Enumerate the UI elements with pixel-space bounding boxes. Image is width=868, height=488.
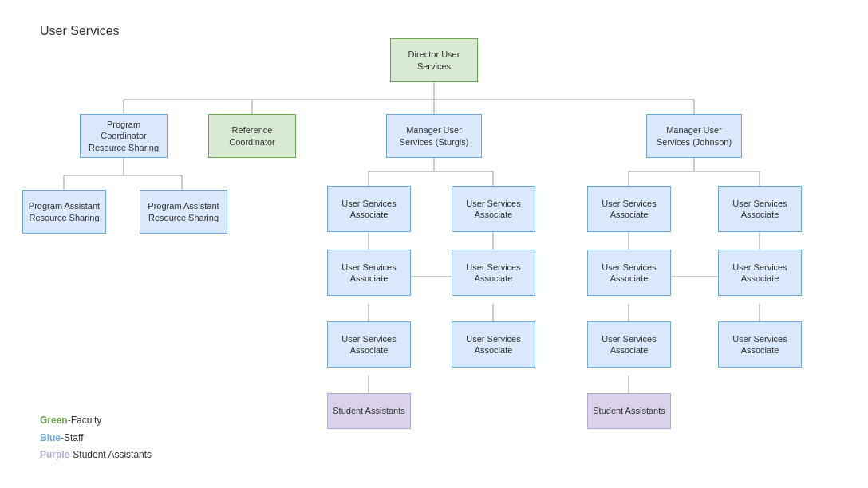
legend-blue-text: -Staff: [61, 432, 83, 443]
sturgis-r3-label: User ServicesAssociate: [466, 333, 520, 356]
sturgis-r3-box: User ServicesAssociate: [452, 321, 535, 368]
johnson-l2-box: User ServicesAssociate: [587, 250, 671, 296]
mgr-johnson-box: Manager UserServices (Johnson): [646, 114, 742, 158]
johnson-l1-box: User ServicesAssociate: [587, 186, 671, 232]
mgr-johnson-label: Manager UserServices (Johnson): [657, 124, 732, 148]
ref-coord-box: ReferenceCoordinator: [208, 114, 296, 158]
legend-green: Green-Faculty: [40, 412, 152, 430]
org-chart: Director User Services ProgramCoordinato…: [0, 0, 868, 488]
legend-blue: Blue-Staff: [40, 430, 152, 447]
johnson-student-label: Student Assistants: [593, 405, 665, 416]
ref-coord-label: ReferenceCoordinator: [229, 124, 274, 148]
johnson-r2-label: User ServicesAssociate: [732, 262, 787, 285]
johnson-r3-label: User ServicesAssociate: [732, 333, 787, 356]
sturgis-l2-label: User ServicesAssociate: [341, 262, 396, 285]
prog-asst1-label: Program AssistantResource Sharing: [29, 200, 100, 223]
legend-green-label: Green: [40, 415, 68, 426]
johnson-r3-box: User ServicesAssociate: [718, 321, 802, 368]
director-label: Director User Services: [396, 49, 472, 72]
sturgis-r1-box: User ServicesAssociate: [452, 186, 535, 232]
johnson-l3-label: User ServicesAssociate: [602, 333, 656, 356]
legend-purple: Purple-Student Assistants: [40, 447, 152, 464]
johnson-r1-label: User ServicesAssociate: [732, 198, 787, 221]
legend-blue-label: Blue: [40, 432, 61, 443]
sturgis-l3-label: User ServicesAssociate: [341, 333, 396, 356]
johnson-l1-label: User ServicesAssociate: [602, 198, 656, 221]
sturgis-student-label: Student Assistants: [333, 405, 405, 416]
legend-purple-text: -Student Assistants: [69, 449, 152, 460]
legend-green-text: -Faculty: [68, 415, 102, 426]
johnson-r1-box: User ServicesAssociate: [718, 186, 802, 232]
sturgis-l3-box: User ServicesAssociate: [327, 321, 411, 368]
johnson-student-box: Student Assistants: [587, 393, 671, 429]
prog-coord-label: ProgramCoordinatorResource Sharing: [89, 119, 159, 153]
prog-asst1-box: Program AssistantResource Sharing: [22, 190, 106, 234]
sturgis-r1-label: User ServicesAssociate: [466, 198, 520, 221]
sturgis-l1-label: User ServicesAssociate: [341, 198, 396, 221]
johnson-l3-box: User ServicesAssociate: [587, 321, 671, 368]
mgr-sturgis-box: Manager UserServices (Sturgis): [386, 114, 482, 158]
mgr-sturgis-label: Manager UserServices (Sturgis): [400, 124, 469, 148]
prog-asst2-label: Program AssistantResource Sharing: [148, 200, 219, 223]
sturgis-r2-box: User ServicesAssociate: [452, 250, 535, 296]
sturgis-r2-label: User ServicesAssociate: [466, 262, 520, 285]
legend: Green-Faculty Blue-Staff Purple-Student …: [40, 412, 152, 464]
johnson-l2-label: User ServicesAssociate: [602, 262, 656, 285]
prog-asst2-box: Program AssistantResource Sharing: [140, 190, 227, 234]
sturgis-l1-box: User ServicesAssociate: [327, 186, 411, 232]
director-box: Director User Services: [390, 38, 478, 82]
page-title: User Services: [40, 24, 120, 38]
sturgis-student-box: Student Assistants: [327, 393, 411, 429]
sturgis-l2-box: User ServicesAssociate: [327, 250, 411, 296]
johnson-r2-box: User ServicesAssociate: [718, 250, 802, 296]
legend-purple-label: Purple: [40, 449, 69, 460]
prog-coord-box: ProgramCoordinatorResource Sharing: [80, 114, 168, 158]
